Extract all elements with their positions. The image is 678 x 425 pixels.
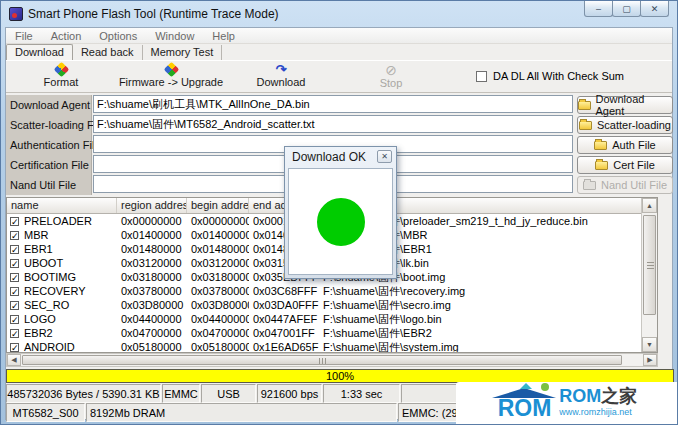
maximize-icon[interactable]: ▢ — [612, 1, 641, 17]
end-address-cell: 0x1E6AD65F — [249, 341, 319, 352]
browse-button-auth-file[interactable]: Auth File — [577, 136, 673, 154]
field-input-download-agent[interactable]: F:\shuame\刷机工具\MTK_AllInOne_DA.bin — [93, 95, 573, 113]
titlebar[interactable]: Smart Phone Flash Tool (Runtime Trace Mo… — [1, 1, 677, 27]
begin-address-cell: 0x03120000 — [187, 257, 249, 269]
browse-button-cert-file[interactable]: Cert File — [577, 156, 673, 174]
firmware-upgrade-icon — [163, 62, 179, 78]
horizontal-scrollbar[interactable]: ◀ ▶ — [6, 353, 658, 367]
scroll-down-icon[interactable]: ▼ — [642, 337, 657, 352]
romzhijia-watermark: ROM ROM之家 www.romzhijia.net — [456, 382, 678, 425]
row-checkbox[interactable]: ✓ — [10, 231, 19, 240]
rom-logo-text: ROM — [498, 395, 552, 421]
tab-download[interactable]: Download — [6, 44, 73, 60]
partition-name: RECOVERY — [24, 285, 86, 297]
status-top-segment-0: 485732036 Bytes / 5390.31 KB — [6, 384, 161, 403]
row-checkbox[interactable]: ✓ — [10, 329, 19, 338]
row-checkbox[interactable]: ✓ — [10, 259, 19, 268]
region-address-cell: 0x01480000 — [117, 243, 187, 255]
menu-item-window[interactable]: Window — [146, 30, 203, 42]
row-checkbox[interactable]: ✓ — [10, 287, 19, 296]
format-button[interactable]: Format — [6, 64, 116, 88]
table-row-logo[interactable]: ✓LOGO0x044000000x044000000x0447AFEFF:\sh… — [7, 312, 657, 326]
download-icon: ↷ — [276, 64, 287, 75]
browse-button-label: Download Agent — [596, 93, 673, 117]
column-header-region-address[interactable]: region address — [117, 198, 187, 213]
field-label-column: Download AgentScatter-loading FileAuthen… — [6, 95, 92, 195]
download-label: Download — [257, 76, 306, 88]
menubar: FileActionOptionsWindowHelp — [6, 28, 672, 44]
row-checkbox[interactable]: ✓ — [10, 343, 19, 352]
menu-item-options[interactable]: Options — [90, 30, 146, 42]
name-cell: ✓EBR2 — [7, 327, 117, 339]
rom-brand: ROM之家 www.romzhijia.net — [559, 388, 637, 420]
horizontal-scrollbar-thumb[interactable] — [22, 355, 622, 365]
table-row-sec-ro[interactable]: ✓SEC_RO0x03D800000x03D800000x03DA0FFFF:\… — [7, 298, 657, 312]
status-bottom-segment-1: 8192Mb DRAM — [86, 403, 397, 422]
field-label-authentication-file: Authentication File — [6, 135, 91, 155]
scroll-left-icon[interactable]: ◀ — [7, 354, 21, 366]
dialog-title: Download OK — [292, 150, 377, 164]
location-cell: F:\shuame\固件\recovery.img — [319, 284, 657, 299]
tab-memory-test[interactable]: Memory Test — [143, 45, 223, 60]
brand-url: www.romzhijia.net — [559, 404, 637, 420]
scroll-right-icon[interactable]: ▶ — [643, 354, 657, 366]
name-cell: ✓PRELOADER — [7, 215, 117, 227]
browse-button-scatter-loading[interactable]: Scatter-loading — [577, 116, 673, 134]
row-checkbox[interactable]: ✓ — [10, 315, 19, 324]
scroll-up-icon[interactable]: ▲ — [642, 198, 657, 213]
region-address-cell: 0x03180000 — [117, 271, 187, 283]
location-cell: F:\shuame\固件\logo.bin — [319, 312, 657, 327]
dialog-titlebar[interactable]: Download OK ✕ — [285, 147, 396, 166]
app-icon — [9, 7, 23, 21]
row-checkbox[interactable]: ✓ — [10, 245, 19, 254]
partition-name: PRELOADER — [24, 215, 92, 227]
row-checkbox[interactable]: ✓ — [10, 217, 19, 226]
menu-item-help[interactable]: Help — [203, 30, 244, 42]
row-checkbox[interactable]: ✓ — [10, 301, 19, 310]
begin-address-cell: 0x03D80000 — [187, 299, 249, 311]
begin-address-cell: 0x04700000 — [187, 327, 249, 339]
table-row-recovery[interactable]: ✓RECOVERY0x037800000x037800000x03C68FFFF… — [7, 284, 657, 298]
row-checkbox[interactable]: ✓ — [10, 273, 19, 282]
status-top-segment-1: EMMC — [162, 384, 200, 403]
table-row-android[interactable]: ✓ANDROID0x051800000x051800000x1E6AD65FF:… — [7, 340, 657, 352]
region-address-cell: 0x01400000 — [117, 229, 187, 241]
end-address-cell: 0x03DA0FFF — [249, 299, 319, 311]
dialog-close-icon[interactable]: ✕ — [377, 150, 392, 163]
brand-text-blue: ROM — [559, 386, 601, 406]
close-icon[interactable]: ✕ — [640, 1, 669, 17]
column-header-begin-address[interactable]: begin address — [187, 198, 249, 213]
browse-button-label: Cert File — [613, 159, 655, 171]
tab-read-back[interactable]: Read back — [73, 45, 143, 60]
field-label-certification-file: Certification File — [6, 155, 91, 175]
field-label-download-agent: Download Agent — [6, 95, 91, 115]
progress-label: 100% — [326, 370, 354, 382]
download-button[interactable]: ↷ Download — [226, 64, 336, 88]
vertical-scrollbar[interactable]: ▲ ▼ — [641, 198, 657, 352]
status-top-segment-4: 1:33 sec — [323, 384, 400, 403]
region-address-cell: 0x03780000 — [117, 285, 187, 297]
success-ring-icon — [317, 198, 365, 246]
table-row-ebr2[interactable]: ✓EBR20x047000000x047000000x047001FFF:\sh… — [7, 326, 657, 340]
menu-item-action[interactable]: Action — [42, 30, 91, 42]
column-header-name[interactable]: name — [7, 198, 117, 213]
da-dl-checkbox[interactable] — [476, 71, 487, 82]
browse-button-label: Scatter-loading — [597, 119, 671, 131]
minimize-icon[interactable]: – — [584, 1, 613, 17]
partition-name: SEC_RO — [24, 299, 69, 311]
toolbar: Format Firmware -> Upgrade ↷ Download ⊘ … — [6, 60, 672, 93]
vertical-scrollbar-thumb[interactable] — [643, 215, 656, 315]
end-address-cell: 0x047001FF — [249, 327, 319, 339]
firmware-upgrade-button[interactable]: Firmware -> Upgrade — [116, 64, 226, 88]
field-input-scatter-loading-file[interactable]: F:\shuame\固件\MT6582_Android_scatter.txt — [93, 115, 573, 133]
da-dl-checkbox-label: DA DL All With Check Sum — [493, 70, 624, 82]
browse-button-download-agent[interactable]: Download Agent — [577, 96, 673, 114]
partition-name: MBR — [24, 229, 48, 241]
window-title: Smart Phone Flash Tool (Runtime Trace Mo… — [28, 7, 279, 21]
status-top-segment-3: 921600 bps — [257, 384, 322, 403]
field-label-scatter-loading-file: Scatter-loading File — [6, 115, 91, 135]
menu-item-file[interactable]: File — [6, 30, 42, 42]
partition-name: EBR2 — [24, 327, 53, 339]
window-controls: – ▢ ✕ — [585, 1, 669, 17]
region-address-cell: 0x04400000 — [117, 313, 187, 325]
